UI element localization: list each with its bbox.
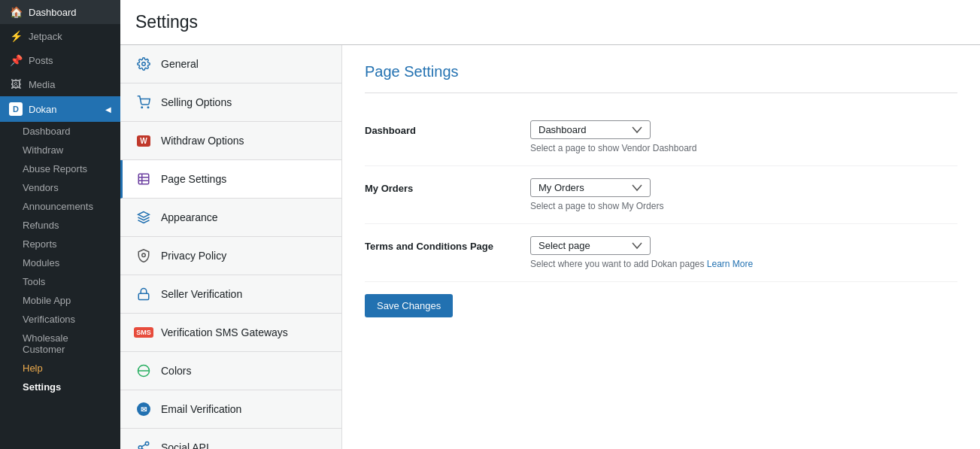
panel-title: Page Settings bbox=[365, 63, 957, 93]
my-orders-label: My Orders bbox=[365, 178, 530, 194]
nav-item-selling-options[interactable]: Selling Options bbox=[120, 83, 341, 122]
svg-point-7 bbox=[142, 253, 146, 257]
sidebar-subitem-help[interactable]: Help bbox=[0, 359, 120, 378]
svg-line-13 bbox=[141, 444, 145, 447]
email-icon: ✉ bbox=[135, 401, 152, 417]
svg-rect-3 bbox=[138, 174, 149, 184]
my-orders-field: My Orders Select a page to show My Order… bbox=[530, 178, 957, 211]
dashboard-select[interactable]: Dashboard bbox=[530, 120, 651, 139]
withdraw-icon: W bbox=[135, 132, 152, 149]
nav-label-page-settings: Page Settings bbox=[161, 173, 226, 185]
settings-body: General Selling Options W Withdraw Optio… bbox=[120, 45, 980, 449]
page-icon bbox=[135, 171, 152, 187]
settings-header: Settings bbox=[120, 0, 980, 45]
nav-label-general: General bbox=[161, 58, 199, 70]
posts-icon: 📌 bbox=[9, 54, 23, 66]
sidebar: 🏠 Dashboard ⚡ Jetpack 📌 Posts 🖼 Media D … bbox=[0, 0, 120, 449]
svg-point-1 bbox=[141, 107, 143, 108]
nav-label-social: Social API bbox=[161, 441, 209, 449]
terms-hint: Select where you want to add Dokan pages… bbox=[530, 259, 957, 269]
sidebar-subitem-verifications[interactable]: Verifications bbox=[0, 310, 120, 329]
appearance-icon bbox=[135, 209, 152, 226]
form-row-terms: Terms and Conditions Page Select page Se… bbox=[365, 224, 957, 282]
nav-label-withdraw: Withdraw Options bbox=[161, 135, 244, 147]
nav-label-colors: Colors bbox=[161, 365, 191, 377]
nav-label-selling: Selling Options bbox=[161, 96, 232, 108]
sidebar-item-dashboard[interactable]: 🏠 Dashboard bbox=[0, 0, 120, 24]
dokan-collapse-icon: ◀ bbox=[105, 105, 111, 114]
nav-item-sms-gateways[interactable]: SMS Verification SMS Gateways bbox=[120, 314, 341, 352]
svg-point-2 bbox=[147, 107, 149, 108]
terms-label: Terms and Conditions Page bbox=[365, 236, 530, 252]
sidebar-item-posts[interactable]: 📌 Posts bbox=[0, 48, 120, 72]
media-icon: 🖼 bbox=[9, 78, 23, 90]
sidebar-item-jetpack[interactable]: ⚡ Jetpack bbox=[0, 24, 120, 48]
settings-panel: Page Settings Dashboard Dashboard Select… bbox=[342, 45, 980, 449]
sidebar-subitem-wholesale[interactable]: Wholesale Customer bbox=[0, 329, 120, 359]
save-changes-button[interactable]: Save Changes bbox=[365, 294, 453, 317]
jetpack-icon: ⚡ bbox=[9, 30, 23, 42]
nav-item-privacy-policy[interactable]: Privacy Policy bbox=[120, 237, 341, 275]
sidebar-subitem-tools[interactable]: Tools bbox=[0, 272, 120, 291]
sidebar-subitem-withdraw[interactable]: Withdraw bbox=[0, 141, 120, 159]
svg-point-9 bbox=[145, 442, 149, 446]
learn-more-link[interactable]: Learn More bbox=[707, 259, 753, 269]
gear-icon bbox=[135, 56, 152, 72]
sidebar-subitem-modules[interactable]: Modules bbox=[0, 253, 120, 272]
sidebar-subitem-announcements[interactable]: Announcements bbox=[0, 197, 120, 216]
nav-item-appearance[interactable]: Appearance bbox=[120, 199, 341, 237]
sidebar-subitem-vendors[interactable]: Vendors bbox=[0, 178, 120, 197]
sidebar-subitem-reports[interactable]: Reports bbox=[0, 235, 120, 253]
sms-icon: SMS bbox=[135, 324, 152, 341]
cart-icon bbox=[135, 94, 152, 111]
sidebar-subitem-abuse-reports[interactable]: Abuse Reports bbox=[0, 159, 120, 178]
sidebar-subitem-refunds[interactable]: Refunds bbox=[0, 216, 120, 235]
nav-label-email: Email Verification bbox=[161, 403, 241, 415]
nav-label-privacy: Privacy Policy bbox=[161, 250, 226, 262]
nav-label-seller: Seller Verification bbox=[161, 288, 242, 300]
dashboard-field: Dashboard Select a page to show Vendor D… bbox=[530, 120, 957, 153]
svg-point-0 bbox=[142, 62, 146, 66]
privacy-icon bbox=[135, 247, 152, 264]
nav-item-page-settings[interactable]: Page Settings bbox=[120, 160, 341, 199]
sidebar-item-media[interactable]: 🖼 Media bbox=[0, 72, 120, 96]
nav-item-email-verification[interactable]: ✉ Email Verification bbox=[120, 390, 341, 429]
sidebar-item-dokan[interactable]: D Dokan ◀ bbox=[0, 96, 120, 122]
main-content: Settings General Selling Options bbox=[120, 0, 980, 449]
seller-icon bbox=[135, 286, 152, 302]
nav-item-general[interactable]: General bbox=[120, 45, 341, 83]
my-orders-hint: Select a page to show My Orders bbox=[530, 201, 957, 211]
sidebar-subitem-settings[interactable]: Settings bbox=[0, 378, 120, 396]
social-icon bbox=[135, 439, 152, 449]
sidebar-subitem-mobile-app[interactable]: Mobile App bbox=[0, 291, 120, 310]
my-orders-select[interactable]: My Orders bbox=[530, 178, 651, 197]
terms-field: Select page Select where you want to add… bbox=[530, 236, 957, 269]
form-row-dashboard: Dashboard Dashboard Select a page to sho… bbox=[365, 108, 957, 166]
form-row-my-orders: My Orders My Orders Select a page to sho… bbox=[365, 166, 957, 224]
svg-rect-8 bbox=[138, 293, 149, 299]
settings-nav: General Selling Options W Withdraw Optio… bbox=[120, 45, 342, 449]
settings-title: Settings bbox=[135, 12, 965, 32]
dashboard-icon: 🏠 bbox=[9, 6, 23, 18]
nav-item-withdraw-options[interactable]: W Withdraw Options bbox=[120, 122, 341, 160]
sidebar-subitem-dashboard[interactable]: Dashboard bbox=[0, 122, 120, 141]
dokan-icon: D bbox=[9, 102, 23, 116]
nav-item-seller-verification[interactable]: Seller Verification bbox=[120, 275, 341, 314]
colors-icon bbox=[135, 363, 152, 379]
nav-item-colors[interactable]: Colors bbox=[120, 352, 341, 390]
nav-label-appearance: Appearance bbox=[161, 211, 218, 223]
dashboard-hint: Select a page to show Vendor Dashboard bbox=[530, 143, 957, 153]
nav-item-social-api[interactable]: Social API bbox=[120, 429, 341, 449]
nav-label-sms: Verification SMS Gateways bbox=[161, 326, 288, 338]
terms-select[interactable]: Select page bbox=[530, 236, 651, 255]
dashboard-label: Dashboard bbox=[365, 120, 530, 136]
svg-point-10 bbox=[138, 446, 142, 449]
